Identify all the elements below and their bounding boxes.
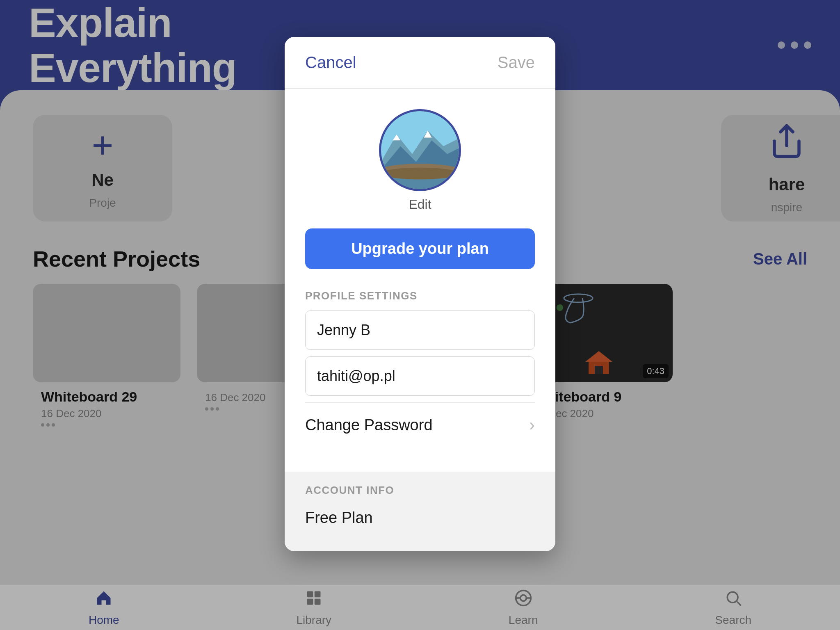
chevron-right-icon: › [529, 415, 535, 435]
profile-modal: Cancel Save [285, 37, 555, 551]
upgrade-button[interactable]: Upgrade your plan [305, 228, 535, 269]
svg-point-24 [381, 168, 459, 180]
save-button[interactable]: Save [498, 53, 535, 72]
avatar[interactable] [379, 109, 461, 191]
avatar-container: Edit [305, 109, 535, 212]
modal-overlay: Cancel Save [0, 0, 840, 630]
cancel-button[interactable]: Cancel [305, 53, 356, 72]
change-password-label: Change Password [305, 416, 433, 434]
name-input[interactable] [305, 310, 535, 350]
profile-settings-label: PROFILE SETTINGS [305, 290, 535, 302]
modal-header: Cancel Save [285, 37, 555, 89]
account-info-label: ACCOUNT INFO [305, 472, 535, 497]
email-input[interactable] [305, 356, 535, 396]
modal-account-section: ACCOUNT INFO Free Plan [285, 472, 555, 551]
change-password-row[interactable]: Change Password › [305, 402, 535, 447]
avatar-edit-label: Edit [409, 197, 431, 212]
plan-label: Free Plan [305, 505, 535, 531]
modal-body: Edit Upgrade your plan PROFILE SETTINGS … [285, 89, 555, 472]
